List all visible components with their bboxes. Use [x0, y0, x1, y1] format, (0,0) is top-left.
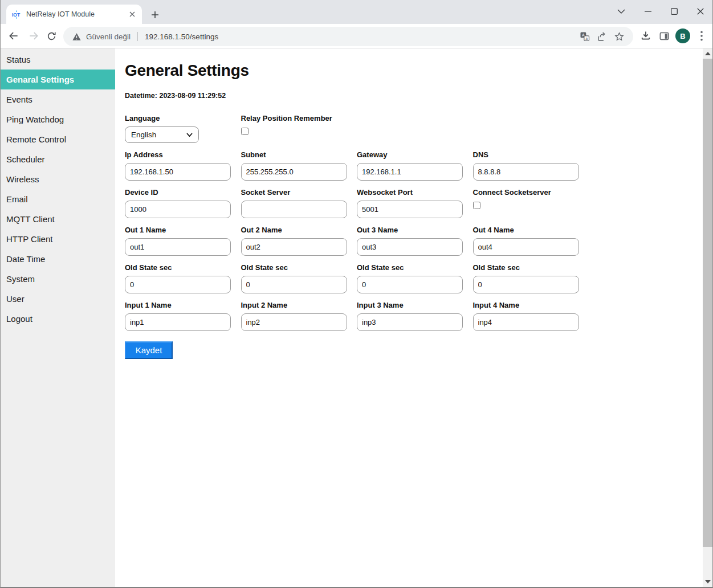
sidebar-item-status[interactable]: Status: [1, 50, 115, 70]
not-secure-warning-icon: [72, 33, 81, 40]
maximize-button[interactable]: [661, 0, 687, 23]
out3-name-input[interactable]: [357, 238, 463, 256]
sidebar-item-logout[interactable]: Logout: [1, 309, 115, 329]
old-state-3-input[interactable]: [357, 276, 463, 293]
tab-strip: IOT NetRelay IOT Module: [1, 0, 712, 24]
input4-name-label: Input 4 Name: [473, 301, 589, 309]
ip-address-label: Ip Address: [125, 150, 241, 159]
tab-close-icon[interactable]: [127, 9, 137, 19]
out1-name-input[interactable]: [125, 238, 231, 256]
device-id-label: Device ID: [125, 188, 241, 197]
websocket-port-label: Websocket Port: [357, 188, 473, 197]
old-state-1-input[interactable]: [125, 276, 231, 293]
form-row-out-names: Out 1 Name Out 2 Name Out 3 Name Out 4 N…: [125, 226, 703, 263]
download-icon[interactable]: [637, 27, 655, 45]
new-tab-button[interactable]: [148, 7, 162, 22]
connect-socketserver-checkbox[interactable]: [473, 202, 480, 209]
minimize-button[interactable]: [635, 0, 661, 23]
field-subnet: Subnet: [241, 150, 357, 181]
sidebar-item-general-settings[interactable]: Genaral Settings: [1, 70, 115, 89]
side-panel-icon[interactable]: [655, 27, 673, 45]
input2-name-input[interactable]: [241, 313, 347, 331]
sidebar-item-events[interactable]: Events: [1, 89, 115, 109]
sidebar-item-wireless[interactable]: Wireless: [1, 169, 115, 189]
field-input2-name: Input 2 Name: [241, 301, 357, 331]
language-label: Language: [125, 114, 241, 122]
field-input1-name: Input 1 Name: [125, 301, 241, 331]
form-row-language: Language English Relay Position Remember: [125, 114, 703, 150]
scrollbar-thumb[interactable]: [703, 59, 712, 547]
input3-name-input[interactable]: [357, 313, 463, 331]
translate-icon[interactable]: Aa: [576, 28, 593, 45]
old-state-2-label: Old State sec: [241, 263, 357, 272]
browser-tab[interactable]: IOT NetRelay IOT Module: [6, 5, 142, 24]
relay-position-checkbox[interactable]: [241, 128, 248, 135]
field-input4-name: Input 4 Name: [473, 301, 589, 331]
bookmark-star-icon[interactable]: [610, 28, 628, 45]
forward-icon[interactable]: [25, 27, 42, 44]
out2-name-label: Out 2 Name: [241, 226, 357, 234]
sidebar-item-mqtt-client[interactable]: MQTT Client: [1, 209, 115, 229]
sidebar-item-scheduler[interactable]: Scheduler: [1, 149, 115, 169]
omnibox-separator: [137, 32, 138, 41]
avatar-letter: B: [675, 28, 690, 43]
input4-name-input[interactable]: [473, 313, 579, 331]
sidebar-item-user[interactable]: User: [1, 289, 115, 309]
old-state-1-label: Old State sec: [125, 263, 241, 272]
datetime-text: Datetime: 2023-08-09 11:29:52: [125, 92, 703, 100]
subnet-input[interactable]: [241, 163, 347, 181]
reload-icon[interactable]: [43, 27, 60, 44]
field-out2-name: Out 2 Name: [241, 226, 357, 256]
favicon-iot-icon: IOT: [12, 10, 22, 19]
relay-position-label: Relay Position Remember: [241, 114, 357, 122]
language-select[interactable]: English: [125, 126, 199, 143]
sidebar-item-date-time[interactable]: Date Time: [1, 249, 115, 269]
sidebar-item-http-client[interactable]: HTTP Client: [1, 229, 115, 249]
share-icon[interactable]: [593, 28, 610, 45]
old-state-3-label: Old State sec: [357, 263, 473, 272]
vertical-scrollbar[interactable]: [703, 48, 712, 587]
scrollbar-down-arrow-icon[interactable]: [705, 580, 711, 583]
svg-text:IOT: IOT: [12, 12, 21, 18]
subnet-label: Subnet: [241, 150, 357, 159]
sidebar-item-remote-control[interactable]: Remote Control: [1, 129, 115, 149]
websocket-port-input[interactable]: [357, 201, 463, 218]
page-content: Status Genaral Settings Events Ping Watc…: [1, 48, 712, 587]
tab-search-chevron-icon[interactable]: [610, 0, 633, 23]
device-id-input[interactable]: [125, 201, 231, 218]
ip-address-input[interactable]: [125, 163, 231, 181]
form-row-old-state: Old State sec Old State sec Old State se…: [125, 263, 703, 301]
connect-socketserver-label: Connect Socketserver: [473, 188, 589, 197]
save-button[interactable]: Kaydet: [125, 341, 173, 359]
field-websocket-port: Websocket Port: [357, 188, 473, 218]
close-button[interactable]: [687, 0, 713, 23]
tab-title: NetRelay IOT Module: [26, 10, 127, 18]
url-text[interactable]: 192.168.1.50/settings: [145, 32, 576, 41]
gateway-input[interactable]: [357, 163, 463, 181]
out4-name-label: Out 4 Name: [473, 226, 589, 234]
old-state-2-input[interactable]: [241, 276, 347, 293]
sidebar-item-system[interactable]: System: [1, 269, 115, 289]
out2-name-input[interactable]: [241, 238, 347, 256]
address-bar[interactable]: Güvenli değil 192.168.1.50/settings Aa: [63, 27, 633, 46]
field-relay-position-remember: Relay Position Remember: [241, 114, 357, 143]
out4-name-input[interactable]: [473, 238, 579, 256]
svg-text:a: a: [585, 36, 588, 40]
input1-name-input[interactable]: [125, 313, 231, 331]
back-icon[interactable]: [5, 27, 22, 44]
socket-server-input[interactable]: [241, 201, 347, 218]
dns-label: DNS: [473, 150, 589, 159]
security-status-text[interactable]: Güvenli değil: [86, 32, 131, 41]
field-out3-name: Out 3 Name: [357, 226, 473, 256]
field-connect-socketserver: Connect Socketserver: [473, 188, 589, 218]
field-old-state-2: Old State sec: [241, 263, 357, 293]
profile-avatar[interactable]: B: [674, 27, 692, 45]
scrollbar-up-arrow-icon[interactable]: [705, 52, 711, 55]
form-row-device: Device ID Socket Server Websocket Port C…: [125, 188, 703, 226]
kebab-menu-icon[interactable]: [692, 27, 711, 45]
old-state-4-input[interactable]: [473, 276, 579, 293]
sidebar-item-ping-watchdog[interactable]: Ping Watchdog: [1, 109, 115, 129]
sidebar-item-email[interactable]: Email: [1, 189, 115, 209]
input2-name-label: Input 2 Name: [241, 301, 357, 309]
dns-input[interactable]: [473, 163, 579, 181]
